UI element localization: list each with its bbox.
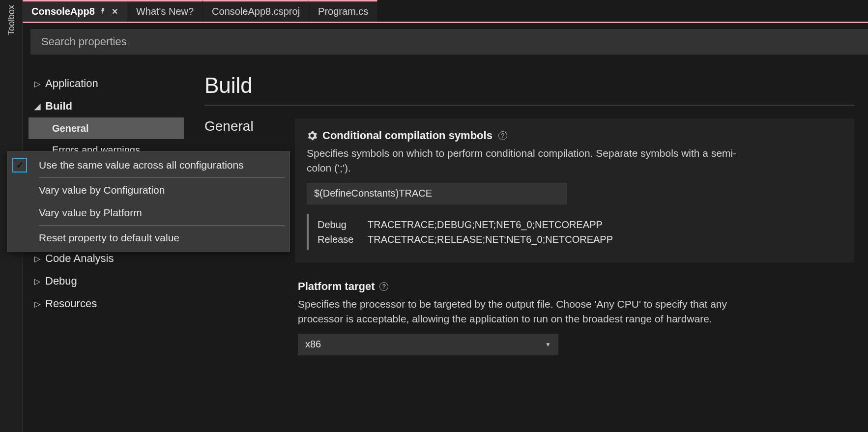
ctx-label: Reset property to default value bbox=[32, 232, 179, 244]
nav-label: Resources bbox=[45, 297, 97, 310]
platform-target-select[interactable]: x86 ▼ bbox=[298, 334, 558, 355]
platform-target-title: Platform target bbox=[298, 280, 375, 293]
config-value: TRACETRACE;RELEASE;NET;NET6_0;NETCOREAPP bbox=[368, 232, 613, 247]
ctx-item-use-same[interactable]: ✓ Use the same value across all configur… bbox=[7, 154, 289, 176]
ctx-label: Vary value by Configuration bbox=[32, 184, 165, 196]
tab-consoleapp8[interactable]: ConsoleApp8 ✕ bbox=[23, 0, 127, 22]
nav-debug[interactable]: ▷ Debug bbox=[30, 270, 186, 292]
tab-whats-new[interactable]: What's New? bbox=[127, 0, 203, 22]
help-icon[interactable]: ? bbox=[498, 131, 507, 140]
help-icon[interactable]: ? bbox=[379, 282, 388, 291]
tab-label: Program.cs bbox=[318, 6, 368, 17]
nav-application[interactable]: ▷ Application bbox=[30, 72, 186, 95]
search-bar[interactable] bbox=[30, 29, 868, 55]
conditional-symbols-desc: Specifies symbols on which to perform co… bbox=[307, 146, 739, 176]
pin-icon[interactable] bbox=[100, 7, 107, 16]
nav-label: Code Analysis bbox=[45, 252, 114, 265]
tab-label: ConsoleApp8 bbox=[31, 6, 95, 17]
context-menu: ✓ Use the same value across all configur… bbox=[7, 151, 290, 252]
config-row-release: Release TRACETRACE;RELEASE;NET;NET6_0;NE… bbox=[318, 232, 842, 247]
separator bbox=[39, 225, 285, 226]
divider bbox=[204, 105, 854, 106]
page-title: Build bbox=[204, 73, 854, 98]
search-input[interactable] bbox=[41, 35, 857, 48]
tab-csproj[interactable]: ConsoleApp8.csproj bbox=[203, 0, 309, 22]
nav-build-general[interactable]: General bbox=[29, 117, 184, 139]
ctx-label: Use the same value across all configurat… bbox=[32, 159, 244, 171]
config-row-debug: Debug TRACETRACE;DEBUG;NET;NET6_0;NETCOR… bbox=[318, 217, 842, 232]
nav-build[interactable]: ◢ Build bbox=[30, 95, 186, 117]
chevron-down-icon: ▼ bbox=[545, 341, 551, 348]
chevron-right-icon: ▷ bbox=[34, 299, 45, 309]
tab-label: What's New? bbox=[136, 6, 194, 17]
gear-icon[interactable] bbox=[307, 130, 318, 141]
config-name: Debug bbox=[318, 217, 368, 232]
platform-target-value: x86 bbox=[305, 339, 321, 350]
nav-resources[interactable]: ▷ Resources bbox=[30, 292, 186, 315]
chevron-right-icon: ▷ bbox=[34, 254, 45, 263]
toolbox-label[interactable]: Toolbox bbox=[6, 5, 16, 35]
nav-label: Build bbox=[45, 100, 72, 113]
conditional-symbols-block: Conditional compilation symbols ? Specif… bbox=[295, 118, 854, 262]
check-icon: ✓ bbox=[12, 158, 27, 173]
chevron-right-icon: ▷ bbox=[34, 277, 45, 286]
conditional-symbols-title: Conditional compilation symbols bbox=[322, 129, 492, 142]
tab-program-cs[interactable]: Program.cs bbox=[309, 0, 377, 22]
chevron-down-icon: ◢ bbox=[34, 102, 45, 111]
config-table: Debug TRACETRACE;DEBUG;NET;NET6_0;NETCOR… bbox=[307, 214, 842, 250]
platform-target-desc: Specifies the processor to be targeted b… bbox=[298, 297, 730, 327]
config-value: TRACETRACE;DEBUG;NET;NET6_0;NETCOREAPP bbox=[368, 217, 603, 232]
nav-label: Application bbox=[45, 77, 98, 90]
chevron-right-icon: ▷ bbox=[34, 79, 45, 88]
nav-sub-label: General bbox=[52, 123, 88, 134]
conditional-symbols-value: $(DefineConstants)TRACE bbox=[314, 188, 432, 199]
conditional-symbols-input[interactable]: $(DefineConstants)TRACE bbox=[307, 183, 567, 204]
platform-target-block: Platform target ? Specifies the processo… bbox=[298, 280, 854, 355]
tab-strip: ConsoleApp8 ✕ What's New? ConsoleApp8.cs… bbox=[23, 0, 868, 22]
separator bbox=[39, 177, 285, 178]
tab-label: ConsoleApp8.csproj bbox=[212, 6, 300, 17]
ctx-label: Vary value by Platform bbox=[32, 207, 142, 219]
close-icon[interactable]: ✕ bbox=[112, 7, 118, 16]
ctx-item-vary-config[interactable]: Vary value by Configuration bbox=[7, 179, 289, 202]
ctx-item-reset[interactable]: Reset property to default value bbox=[7, 227, 289, 249]
nav-label: Debug bbox=[45, 275, 77, 288]
ctx-item-vary-platform[interactable]: Vary value by Platform bbox=[7, 202, 289, 224]
config-name: Release bbox=[318, 232, 368, 247]
section-title: General bbox=[204, 118, 288, 134]
